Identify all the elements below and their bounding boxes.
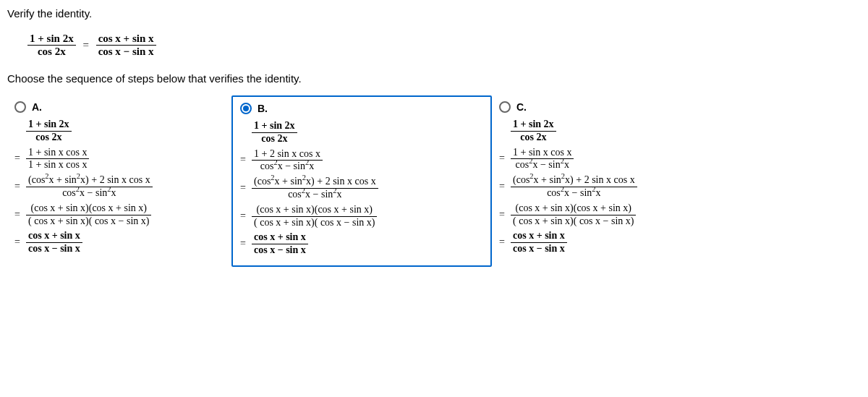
option-c-derivation: 1 + sin 2x cos 2x = 1 + sin x cos x cos2…: [499, 119, 745, 258]
a-s2-num: (cos2x + sin2x) + 2 sin x cos x: [26, 174, 153, 187]
b-start-num: 1 + sin 2x: [252, 120, 297, 133]
identity-lhs-num: 1 + sin 2x: [27, 33, 76, 46]
a-s4-num: cos x + sin x: [26, 230, 82, 243]
c-s1-den: cos2x − sin2x: [511, 159, 574, 171]
b-s4-num: cos x + sin x: [252, 231, 308, 244]
option-b-label: B.: [258, 103, 268, 114]
c-s3-num: (cos x + sin x)(cos x + sin x): [511, 202, 636, 215]
c-s2-num: (cos2x + sin2x) + 2 sin x cos x: [511, 174, 637, 187]
radio-a[interactable]: [14, 101, 26, 113]
a-s4-den: cos x − sin x: [26, 243, 82, 255]
b-start-den: cos 2x: [252, 133, 297, 145]
c-s3-den: ( cos x + sin x)( cos x − sin x): [511, 215, 636, 228]
c-s4-den: cos x − sin x: [511, 243, 567, 255]
b-s2-num: (cos2x + sin2x) + 2 sin x cos x: [252, 176, 378, 189]
identity-lhs-den: cos 2x: [27, 46, 76, 58]
option-a-header: A.: [14, 101, 224, 113]
options-container: A. 1 + sin 2x cos 2x = 1 + sin x cos x 1…: [7, 95, 861, 267]
option-a-derivation: 1 + sin 2x cos 2x = 1 + sin x cos x 1 + …: [14, 119, 224, 258]
c-s2-den: cos2x − sin2x: [511, 187, 637, 200]
option-c[interactable]: C. 1 + sin 2x cos 2x = 1 + sin x cos x c…: [492, 95, 752, 267]
option-c-header: C.: [499, 101, 745, 113]
option-c-label: C.: [516, 101, 527, 113]
b-s2-den: cos2x − sin2x: [252, 189, 378, 201]
a-start-num: 1 + sin 2x: [26, 119, 72, 132]
b-s4-den: cos x − sin x: [252, 244, 308, 257]
b-s1-num: 1 + 2 sin x cos x: [252, 148, 323, 161]
a-s1-den: 1 + sin x cos x: [26, 159, 89, 171]
radio-b[interactable]: [240, 103, 252, 114]
option-a-label: A.: [32, 101, 42, 113]
c-start-den: cos 2x: [511, 132, 556, 144]
a-s3-num: (cos x + sin x)(cos x + sin x): [26, 202, 151, 215]
a-s3-den: ( cos x + sin x)( cos x − sin x): [26, 215, 151, 228]
c-s4-num: cos x + sin x: [511, 230, 567, 243]
identity-rhs-den: cos x − sin x: [96, 46, 156, 58]
a-s1-num: 1 + sin x cos x: [26, 147, 89, 160]
identity-rhs-num: cos x + sin x: [96, 33, 156, 46]
option-b[interactable]: B. 1 + sin 2x cos 2x = 1 + 2 sin x cos x…: [231, 95, 492, 267]
c-s1-num: 1 + sin x cos x: [511, 147, 574, 160]
identity-equation: 1 + sin 2x cos 2x = cos x + sin x cos x …: [27, 33, 861, 58]
b-s1-den: cos2x − sin2x: [252, 161, 323, 173]
option-a[interactable]: A. 1 + sin 2x cos 2x = 1 + sin x cos x 1…: [7, 95, 231, 267]
option-b-header: B.: [240, 103, 483, 114]
instruction-text: Verify the identity.: [7, 7, 861, 20]
a-s2-den: cos2x − sin2x: [26, 187, 153, 200]
b-s3-den: ( cos x + sin x)( cos x − sin x): [252, 217, 377, 229]
option-b-derivation: 1 + sin 2x cos 2x = 1 + 2 sin x cos x co…: [240, 120, 483, 260]
a-start-den: cos 2x: [26, 132, 72, 144]
c-start-num: 1 + sin 2x: [511, 119, 556, 132]
question-text: Choose the sequence of steps below that …: [7, 72, 861, 85]
b-s3-num: (cos x + sin x)(cos x + sin x): [252, 204, 377, 217]
radio-c[interactable]: [499, 101, 511, 113]
